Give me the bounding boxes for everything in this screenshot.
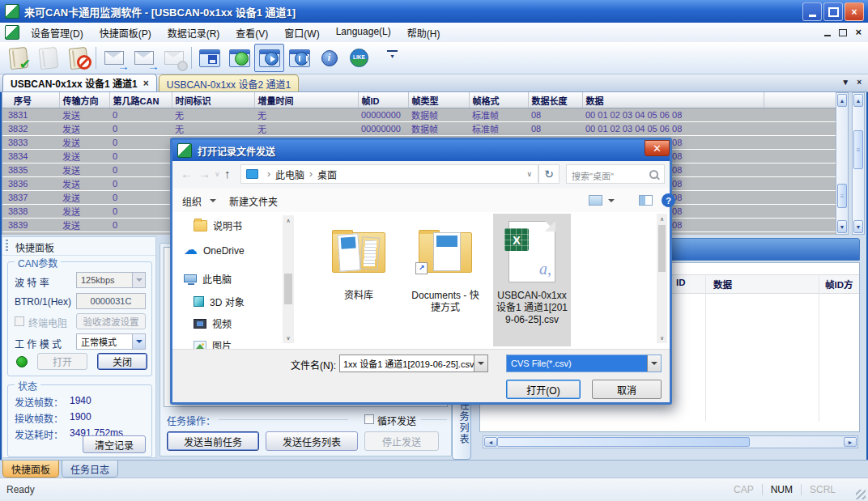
chevron-down-icon[interactable] xyxy=(132,273,145,287)
send-file-button[interactable]: → xyxy=(129,44,159,72)
sidebar-item-3[interactable]: 此电脑 xyxy=(184,272,232,286)
tab-close-icon[interactable]: × xyxy=(857,78,862,87)
dialog-cancel-button[interactable]: 取消 xyxy=(592,380,662,399)
scroll-up-icon[interactable]: ∧ xyxy=(657,214,667,224)
scroll-up-icon[interactable]: ∧ xyxy=(283,215,294,226)
menu-item-2[interactable]: 快捷面板(P) xyxy=(91,23,160,42)
scroll-thumb[interactable] xyxy=(658,225,666,272)
file-item-3[interactable]: Xa,USBCAN-0x1xx 设备1 通道1[2019-06-25].csv xyxy=(493,214,571,346)
outer-vertical-scrollbar[interactable]: ▲ ≡ ▼ xyxy=(852,92,865,235)
scroll-thumb[interactable] xyxy=(284,274,292,304)
scroll-down-icon[interactable]: ∨ xyxy=(657,333,667,343)
forward-icon[interactable]: → xyxy=(198,167,211,180)
column-header[interactable]: 帧类型 xyxy=(408,92,469,108)
open-device-button[interactable]: 打开 xyxy=(37,353,87,370)
file-item-1[interactable]: 资料库 xyxy=(320,214,398,346)
preview-pane-icon[interactable] xyxy=(639,195,653,206)
column-header[interactable]: 传输方向 xyxy=(59,92,109,108)
loop-send-checkbox[interactable] xyxy=(364,414,374,424)
new-folder-button[interactable]: 新建文件夹 xyxy=(229,194,278,208)
view-chevron-icon[interactable] xyxy=(608,199,615,202)
column-header[interactable]: 帧格式 xyxy=(469,92,528,108)
column-header[interactable]: 数据 xyxy=(582,92,764,108)
up-icon[interactable]: ↑ xyxy=(224,167,231,180)
filename-input[interactable]: 1xx 设备1 通道1[2019-06-25].csv xyxy=(339,355,488,372)
bottom-tab-2[interactable]: 任务日志 xyxy=(62,461,118,478)
help-icon[interactable]: ? xyxy=(662,193,675,207)
replay-record-button[interactable] xyxy=(254,44,284,72)
column-header[interactable]: 时间标识 xyxy=(172,92,254,108)
tab-scroll-down-icon[interactable]: ▼ xyxy=(841,78,849,87)
table-vertical-scrollbar[interactable]: ▲ ≡ ▼ xyxy=(836,92,849,235)
child-restore-icon[interactable] xyxy=(839,29,847,36)
chevron-down-icon[interactable] xyxy=(474,355,487,372)
filter-settings-button[interactable]: 验收滤波设置 xyxy=(76,313,146,329)
column-header[interactable] xyxy=(764,92,836,108)
terminal-resistor-checkbox[interactable] xyxy=(15,316,24,326)
send-current-task-button[interactable]: 发送当前任务 xyxy=(167,431,259,451)
menu-item-6[interactable]: Language(L) xyxy=(328,23,399,42)
stop-send-button[interactable]: 停止发送 xyxy=(364,431,439,451)
column-header[interactable]: 序号 xyxy=(2,92,59,108)
scroll-left-icon[interactable]: ◄ xyxy=(484,437,497,447)
send-panel-hscrollbar[interactable]: ◄ ► xyxy=(483,435,858,448)
resize-grip-icon[interactable] xyxy=(856,490,866,499)
toolbar-overflow-icon[interactable]: ▾ xyxy=(387,50,398,66)
document-tab-1[interactable]: USBCAN-0x1xx 设备1 通道1× xyxy=(2,74,157,91)
sidebar-item-1[interactable]: 说明书 xyxy=(194,219,242,232)
maximize-button[interactable] xyxy=(823,2,843,21)
send-task-list-button[interactable]: 发送任务列表 xyxy=(266,431,358,451)
menu-item-7[interactable]: 帮助(H) xyxy=(399,23,449,42)
breadcrumb-this-pc[interactable]: 此电脑 xyxy=(275,168,304,181)
document-tab-2[interactable]: USBCAN-0x1xx 设备2 通道1 xyxy=(159,74,299,91)
stop-send-button[interactable] xyxy=(159,44,189,72)
search-icon[interactable] xyxy=(649,170,658,179)
column-header[interactable]: 帧ID xyxy=(358,92,408,108)
record-window-button[interactable] xyxy=(224,44,254,72)
back-icon[interactable]: ← xyxy=(181,167,193,180)
stop-device-button[interactable] xyxy=(63,44,93,72)
refresh-button[interactable]: ↻ xyxy=(538,164,560,184)
menu-item-4[interactable]: 查看(V) xyxy=(228,23,276,42)
bottom-tab-1[interactable]: 快捷面板 xyxy=(2,461,59,478)
scroll-up-icon[interactable]: ▲ xyxy=(837,94,847,107)
sidebar-item-5[interactable]: 视频 xyxy=(194,316,232,330)
view-mode-icon[interactable] xyxy=(589,195,602,206)
organize-button[interactable]: 组织 xyxy=(182,194,202,208)
scroll-right-icon[interactable]: ► xyxy=(844,437,857,447)
table-row[interactable]: 3832发送0无无00000000数据帧标准帧0800 01 02 03 04 … xyxy=(2,122,836,136)
files-scrollbar[interactable]: ∧ ∨ xyxy=(657,214,667,343)
dialog-close-button[interactable]: ✕ xyxy=(645,140,670,156)
child-close-icon[interactable]: × xyxy=(855,27,862,38)
filetype-combo[interactable]: CVS File(*.csv) xyxy=(506,355,662,372)
chevron-down-icon[interactable] xyxy=(647,355,661,372)
dialog-open-button[interactable]: 打开(O) xyxy=(506,380,581,399)
scroll-thumb[interactable]: ≡ xyxy=(853,130,863,169)
scroll-down-icon[interactable]: ∨ xyxy=(283,333,294,343)
send-data-button[interactable]: → xyxy=(99,44,129,72)
sidebar-scrollbar[interactable]: ∧ ∨ xyxy=(283,215,294,343)
baud-rate-combo[interactable]: 125kbps xyxy=(76,272,146,288)
save-record-button[interactable] xyxy=(194,44,224,72)
file-item-2[interactable]: ↗Documents - 快捷方式 xyxy=(406,214,484,346)
child-minimize-icon[interactable] xyxy=(824,35,831,36)
address-chevron-icon[interactable]: ∨ xyxy=(526,170,532,178)
close-device-button[interactable]: 关闭 xyxy=(97,353,147,370)
organize-chevron-icon[interactable] xyxy=(210,199,216,202)
column-header[interactable]: 增量时间 xyxy=(254,92,358,108)
menu-item-5[interactable]: 窗口(W) xyxy=(276,23,327,42)
work-mode-combo[interactable]: 正常模式 xyxy=(76,333,146,350)
send-table-header-3[interactable]: 帧ID方 xyxy=(825,278,853,291)
connect-device-button[interactable]: ✔ xyxy=(3,44,33,72)
scroll-thumb[interactable] xyxy=(497,437,750,447)
breadcrumb[interactable]: › 此电脑 › 桌面 ∨ xyxy=(240,164,538,184)
btr-field[interactable]: 0000031C xyxy=(76,293,146,309)
about-button[interactable]: i xyxy=(314,44,344,72)
send-table-header-2[interactable]: 数据 xyxy=(713,278,732,291)
close-button[interactable]: × xyxy=(845,2,864,21)
chevron-down-icon[interactable] xyxy=(132,334,145,349)
table-row[interactable]: 3831发送0无无00000000数据帧标准帧0800 01 02 03 04 … xyxy=(2,108,836,122)
history-chevron-icon[interactable]: ∨ xyxy=(215,170,220,178)
column-header[interactable]: 第几路CAN xyxy=(109,92,172,108)
menu-item-3[interactable]: 数据记录(R) xyxy=(160,23,228,42)
